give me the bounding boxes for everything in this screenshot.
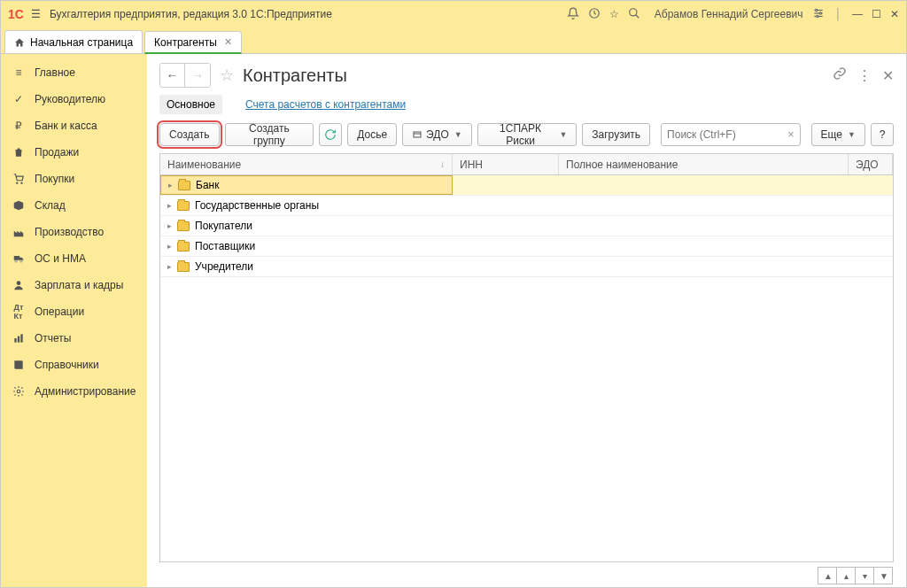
sidebar-label: Администрирование <box>35 385 136 398</box>
sidebar-item-manager[interactable]: ✓Руководителю <box>1 86 147 112</box>
subtab-accounts[interactable]: Счета расчетов с контрагентами <box>238 95 413 114</box>
sidebar-item-salary[interactable]: Зарплата и кадры <box>1 272 147 298</box>
help-button[interactable]: ? <box>871 123 894 146</box>
grid-first-button[interactable]: ▲ <box>818 567 837 584</box>
sidebar-item-main[interactable]: ≡Главное <box>1 59 147 86</box>
bell-icon[interactable] <box>567 7 579 22</box>
search-clear-icon[interactable]: × <box>783 128 800 141</box>
sidebar-item-operations[interactable]: ДтКтОперации <box>1 298 147 325</box>
more-button[interactable]: Еще▼ <box>811 123 865 146</box>
sidebar-item-warehouse[interactable]: Склад <box>1 192 147 219</box>
table-row[interactable]: ▸Банк <box>160 175 893 196</box>
sidebar-item-assets[interactable]: ОС и НМА <box>1 245 147 272</box>
create-group-button[interactable]: Создать группу <box>225 123 314 146</box>
kebab-icon[interactable]: ⋮ <box>857 67 872 84</box>
subtab-main[interactable]: Основное <box>159 95 222 114</box>
expand-icon[interactable]: ▸ <box>167 262 172 271</box>
svg-point-9 <box>21 182 22 183</box>
sidebar-label: Банк и касса <box>35 120 97 132</box>
user-name[interactable]: Абрамов Геннадий Сергеевич <box>655 8 803 20</box>
more-label: Еще <box>821 128 842 141</box>
header-full[interactable]: Полное наименование <box>559 154 849 174</box>
sidebar-item-directories[interactable]: Справочники <box>1 352 147 378</box>
page-title: Контрагенты <box>243 66 827 86</box>
tab-home[interactable]: Начальная страница <box>4 30 143 53</box>
settings-icon[interactable] <box>812 7 825 22</box>
spark-label: 1СПАРК Риски <box>487 122 554 147</box>
spark-button[interactable]: 1СПАРК Риски▼ <box>477 123 578 146</box>
edo-button[interactable]: ЭДО▼ <box>402 123 472 146</box>
svg-point-5 <box>815 9 817 11</box>
bars-icon <box>12 331 26 345</box>
expand-icon[interactable]: ▸ <box>167 221 172 230</box>
svg-point-16 <box>17 390 20 393</box>
sidebar-label: Руководителю <box>35 93 105 105</box>
svg-point-7 <box>816 15 818 17</box>
bag-icon <box>12 145 26 159</box>
grid-down-button[interactable]: ▾ <box>855 567 874 584</box>
sidebar-label: ОС и НМА <box>35 252 86 265</box>
row-name: Поставщики <box>195 240 255 252</box>
tab-counterparties[interactable]: Контрагенты ✕ <box>144 31 242 54</box>
svg-point-10 <box>15 260 17 262</box>
nav-back-button[interactable]: ← <box>160 64 185 87</box>
header-name[interactable]: Наименование↓ <box>160 154 453 174</box>
row-name: Государственные органы <box>195 199 319 212</box>
sidebar-item-sales[interactable]: Продажи <box>1 139 147 166</box>
sidebar-label: Отчеты <box>35 332 71 344</box>
link-icon[interactable] <box>833 66 847 84</box>
minimize-icon[interactable]: — <box>852 8 863 20</box>
search-field[interactable]: × <box>661 123 801 146</box>
load-button[interactable]: Загрузить <box>582 123 650 146</box>
box-icon <box>12 198 26 213</box>
tab-current-label: Контрагенты <box>154 36 217 49</box>
page-close-icon[interactable]: ✕ <box>882 67 894 84</box>
sidebar-item-purchases[interactable]: Покупки <box>1 166 147 192</box>
maximize-icon[interactable]: ☐ <box>872 8 881 20</box>
header-edo[interactable]: ЭДО <box>849 154 893 174</box>
svg-rect-13 <box>14 338 16 343</box>
data-grid: Наименование↓ ИНН Полное наименование ЭД… <box>159 153 894 562</box>
titlebar: 1С ☰ Бухгалтерия предприятия, редакция 3… <box>1 1 906 27</box>
grid-up-button[interactable]: ▴ <box>836 567 856 584</box>
truck-icon <box>12 251 26 266</box>
refresh-button[interactable] <box>319 123 342 146</box>
favorite-star-icon[interactable]: ☆ <box>220 66 234 85</box>
history-icon[interactable] <box>588 7 601 22</box>
main-area: ← → ☆ Контрагенты ⋮ ✕ Основное Счета рас… <box>147 54 906 587</box>
table-row[interactable]: ▸Поставщики <box>160 236 893 257</box>
tab-close-icon[interactable]: ✕ <box>224 36 232 48</box>
sidebar-label: Покупки <box>35 173 74 185</box>
expand-icon[interactable]: ▸ <box>167 242 172 251</box>
close-icon[interactable]: ✕ <box>890 8 899 20</box>
svg-rect-14 <box>18 337 19 343</box>
tab-bar: Начальная страница Контрагенты ✕ <box>1 27 906 54</box>
table-row[interactable]: ▸Покупатели <box>160 216 893 236</box>
search-input[interactable] <box>662 128 782 141</box>
expand-icon[interactable]: ▸ <box>167 201 172 210</box>
row-name: Покупатели <box>195 220 252 232</box>
tab-home-label: Начальная страница <box>30 36 133 49</box>
dossier-button[interactable]: Досье <box>347 123 397 146</box>
nav-forward-button[interactable]: → <box>185 64 210 87</box>
gear-icon <box>12 384 26 398</box>
table-row[interactable]: ▸Государственные органы <box>160 196 893 216</box>
table-row[interactable]: ▸Учредители <box>160 257 893 277</box>
hamburger-icon[interactable]: ☰ <box>31 8 41 20</box>
cart-icon <box>12 172 26 186</box>
sidebar-item-bank[interactable]: ₽Банк и касса <box>1 112 147 139</box>
sidebar-item-reports[interactable]: Отчеты <box>1 325 147 352</box>
folder-icon <box>177 221 190 231</box>
grid-last-button[interactable]: ▼ <box>873 567 893 584</box>
folder-icon <box>177 242 190 251</box>
sidebar-label: Зарплата и кадры <box>35 279 123 291</box>
star-icon[interactable]: ☆ <box>609 8 619 20</box>
grid-header: Наименование↓ ИНН Полное наименование ЭД… <box>160 154 893 175</box>
sidebar-item-production[interactable]: Производство <box>1 219 147 245</box>
header-inn[interactable]: ИНН <box>453 154 559 174</box>
expand-icon[interactable]: ▸ <box>168 181 173 190</box>
search-icon[interactable] <box>628 7 640 22</box>
sidebar-item-admin[interactable]: Администрирование <box>1 378 147 405</box>
create-button[interactable]: Создать <box>159 123 220 146</box>
app-logo: 1С <box>8 7 24 21</box>
